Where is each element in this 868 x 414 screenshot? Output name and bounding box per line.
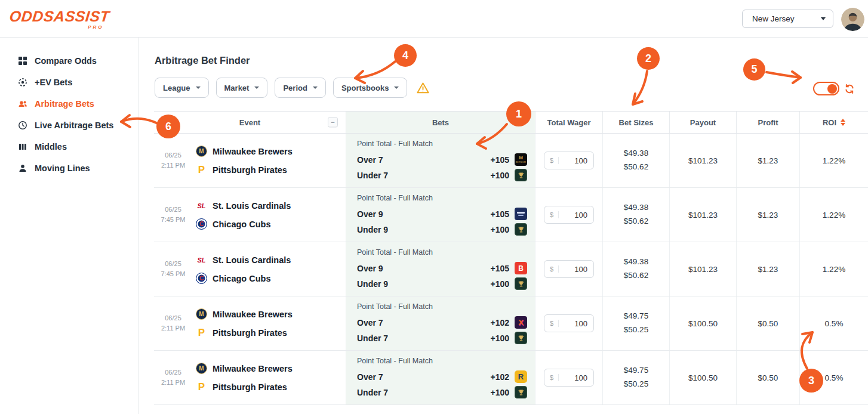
team-row: Chicago Cubs (196, 273, 291, 284)
sidebar-item-compare-odds[interactable]: Compare Odds (0, 50, 138, 72)
sportsbook-betmgm-icon[interactable] (515, 153, 527, 166)
bet-line: Under 7 +100 (357, 332, 527, 344)
team-name: Milwaukee Brewers (213, 147, 293, 156)
sportsbook-trophy-icon[interactable] (515, 223, 527, 236)
event-time: 7:45 PM (158, 215, 189, 225)
bet-odds: +102 (490, 318, 509, 328)
sidebar-item-label: Compare Odds (35, 56, 97, 66)
bet-line: Over 9 +105 (357, 208, 527, 220)
table-row: 06/25 7:45 PM St. Louis Cardinals Chicag… (154, 242, 868, 296)
sidebar-item-live-arbitrage-bets[interactable]: Live Arbitrage Bets (0, 115, 138, 136)
table-row: 06/25 2:11 PM Milwaukee Brewers Pittsbur… (154, 296, 868, 351)
bets-cell: Point Total - Full Match Over 7 +105 Und… (346, 134, 535, 187)
bet-label: Over 7 (357, 318, 485, 328)
market-label: Point Total - Full Match (357, 194, 527, 202)
bet-odds: +105 (490, 264, 509, 273)
filter-league-dropdown[interactable]: League (155, 78, 209, 98)
currency-symbol: $ (550, 211, 559, 218)
bet-odds: +100 (490, 279, 509, 289)
sportsbook-trophy-icon[interactable] (515, 169, 527, 181)
team-name: Pittsburgh Pirates (213, 328, 287, 338)
chevron-down-icon (196, 86, 201, 89)
brand-sub: PRO (10, 24, 110, 30)
chevron-down-icon (254, 86, 259, 89)
sidebar-item-middles[interactable]: Middles (0, 136, 138, 157)
filter-period-dropdown[interactable]: Period (275, 78, 325, 98)
bet-odds: +100 (490, 333, 509, 343)
region-selector[interactable]: New Jersey (742, 10, 833, 28)
refresh-button[interactable] (844, 84, 855, 94)
warning-icon[interactable] (416, 81, 430, 95)
avatar-image (841, 8, 864, 31)
total-wager-input[interactable]: $ 100 (544, 260, 594, 278)
bet-odds: +102 (490, 372, 509, 382)
column-header-roi[interactable]: ROI (800, 112, 868, 133)
sidebar-item-moving-lines[interactable]: Moving Lines (0, 157, 138, 179)
user-avatar[interactable] (841, 8, 864, 31)
team-row: Milwaukee Brewers (196, 308, 293, 320)
filter-market-dropdown[interactable]: Market (216, 78, 268, 98)
annotation-3: 3 (799, 369, 823, 393)
total-wager-input[interactable]: $ 100 (544, 369, 594, 387)
sportsbook-trophy-icon[interactable] (515, 277, 527, 290)
pirates-logo-icon (196, 164, 207, 175)
bet-label: Under 7 (357, 333, 485, 343)
filter-sportsbooks-dropdown[interactable]: Sportsbooks (333, 78, 407, 98)
bet-odds: +100 (490, 225, 509, 234)
cubs-logo-icon (196, 218, 207, 230)
payout-cell: $101.23 (670, 242, 737, 296)
team-row: Pittsburgh Pirates (196, 164, 293, 175)
event-date: 06/25 (158, 259, 189, 269)
filter-bar: League Market Period Sportsbooks (155, 78, 430, 98)
arbitrage-table: Event Bets Total Wager Bet Sizes Payout … (154, 111, 868, 405)
payout-cell: $101.23 (670, 188, 737, 242)
total-wager-input[interactable]: $ 100 (544, 314, 594, 332)
sportsbook-trophy-icon[interactable] (515, 332, 527, 344)
wager-value: 100 (559, 265, 587, 274)
auto-refresh-toggle[interactable] (813, 82, 839, 95)
event-cell: 06/25 2:11 PM Milwaukee Brewers Pittsbur… (154, 351, 346, 404)
cubs-logo-icon (196, 273, 207, 284)
annotation-4: 4 (394, 44, 417, 67)
sidebar-item-label: Middles (35, 142, 67, 152)
sportsbook-trophy-icon[interactable] (515, 386, 527, 398)
sidebar-item-ev-bets[interactable]: +EV Bets (0, 72, 138, 93)
sidebar-item-arbitrage-bets[interactable]: Arbitrage Bets (0, 93, 138, 115)
bet-line: Under 9 +100 (357, 223, 527, 236)
sportsbook-navy-icon[interactable] (515, 208, 527, 220)
bet-line: Under 7 +100 (357, 169, 527, 181)
filter-label: Period (283, 84, 307, 92)
total-wager-input[interactable]: $ 100 (544, 152, 594, 169)
filter-label: Sportsbooks (341, 84, 389, 92)
team-name: Milwaukee Brewers (213, 310, 293, 319)
sportsbook-purplex-icon[interactable] (515, 316, 527, 329)
brewers-logo-icon (196, 363, 207, 374)
sort-icon (841, 119, 845, 126)
collapse-column-icon[interactable] (328, 118, 338, 128)
brand-logo[interactable]: ODDSASSIST PRO (10, 9, 110, 30)
bets-cell: Point Total - Full Match Over 7 +102 Und… (346, 296, 535, 350)
bet-line: Over 7 +102 (357, 316, 527, 329)
bets-cell: Point Total - Full Match Over 7 +102 Und… (346, 351, 535, 404)
sidebar-item-label: Moving Lines (35, 163, 90, 173)
wager-value: 100 (559, 211, 587, 220)
profit-cell: $1.23 (737, 188, 800, 242)
event-cell: 06/25 2:11 PM Milwaukee Brewers Pittsbur… (154, 134, 346, 187)
payout-cell: $100.50 (670, 296, 737, 350)
team-row: Pittsburgh Pirates (196, 381, 293, 393)
chevron-down-icon (821, 17, 826, 20)
wager-value: 100 (559, 373, 587, 382)
table-controls (813, 82, 855, 95)
app-root: ODDSASSIST PRO New Jersey Compare Odds (0, 0, 868, 414)
sportsbook-rebet-icon[interactable] (515, 370, 527, 383)
bet-sizes-cell: $49.75 $50.25 (603, 351, 670, 404)
table-row: 06/25 2:11 PM Milwaukee Brewers Pittsbur… (154, 134, 868, 188)
bets-cell: Point Total - Full Match Over 9 +105 Und… (346, 242, 535, 296)
sportsbook-bovada-icon[interactable] (515, 262, 527, 274)
total-wager-input[interactable]: $ 100 (544, 206, 594, 224)
bet-label: Over 9 (357, 264, 485, 273)
event-cell: 06/25 7:45 PM St. Louis Cardinals Chicag… (154, 188, 346, 242)
event-cell: 06/25 7:45 PM St. Louis Cardinals Chicag… (154, 242, 346, 296)
market-label: Point Total - Full Match (357, 357, 527, 365)
bet-line: Under 7 +100 (357, 386, 527, 398)
